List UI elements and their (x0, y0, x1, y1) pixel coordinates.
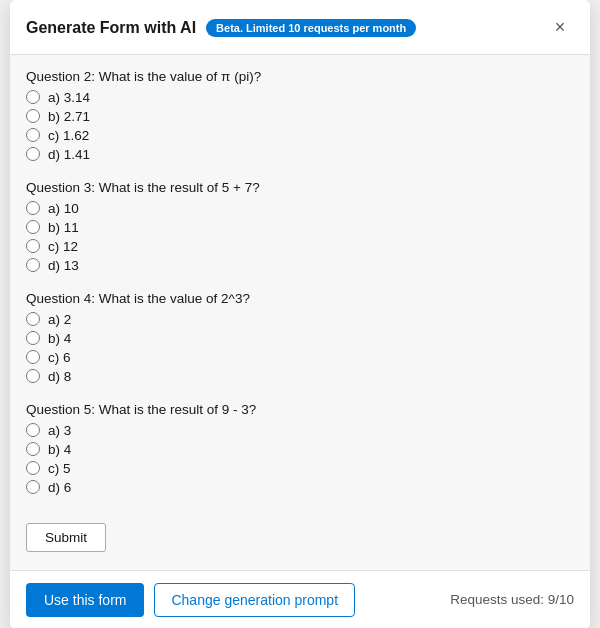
option-label-q3c: c) 12 (48, 239, 78, 254)
beta-badge: Beta. Limited 10 requests per month (206, 19, 416, 37)
option-q3c[interactable]: c) 12 (26, 239, 574, 254)
option-q4b[interactable]: b) 4 (26, 331, 574, 346)
dialog-header: Generate Form with AI Beta. Limited 10 r… (10, 0, 590, 55)
submit-button[interactable]: Submit (26, 523, 106, 552)
question-block-q2: Question 2: What is the value of π (pi)?… (26, 69, 574, 162)
option-label-q5d: d) 6 (48, 480, 71, 495)
radio-q3d[interactable] (26, 258, 40, 272)
option-q2d[interactable]: d) 1.41 (26, 147, 574, 162)
dialog-footer: Use this form Change generation prompt R… (10, 570, 590, 629)
option-label-q4c: c) 6 (48, 350, 71, 365)
option-q2b[interactable]: b) 2.71 (26, 109, 574, 124)
option-q4c[interactable]: c) 6 (26, 350, 574, 365)
question-block-q3: Question 3: What is the result of 5 + 7?… (26, 180, 574, 273)
question-block-q5: Question 5: What is the result of 9 - 3?… (26, 402, 574, 495)
change-prompt-button[interactable]: Change generation prompt (154, 583, 355, 617)
radio-q5a[interactable] (26, 423, 40, 437)
radio-q4b[interactable] (26, 331, 40, 345)
radio-q2a[interactable] (26, 90, 40, 104)
radio-q5d[interactable] (26, 480, 40, 494)
radio-q4a[interactable] (26, 312, 40, 326)
option-q5a[interactable]: a) 3 (26, 423, 574, 438)
option-label-q3a: a) 10 (48, 201, 79, 216)
question-text-q2: Question 2: What is the value of π (pi)? (26, 69, 574, 84)
option-q3b[interactable]: b) 11 (26, 220, 574, 235)
option-label-q5b: b) 4 (48, 442, 71, 457)
radio-q2c[interactable] (26, 128, 40, 142)
option-q4d[interactable]: d) 8 (26, 369, 574, 384)
option-q5d[interactable]: d) 6 (26, 480, 574, 495)
option-q4a[interactable]: a) 2 (26, 312, 574, 327)
option-q3a[interactable]: a) 10 (26, 201, 574, 216)
radio-q2d[interactable] (26, 147, 40, 161)
option-label-q3b: b) 11 (48, 220, 79, 235)
radio-q2b[interactable] (26, 109, 40, 123)
radio-q4d[interactable] (26, 369, 40, 383)
option-q5b[interactable]: b) 4 (26, 442, 574, 457)
option-q2c[interactable]: c) 1.62 (26, 128, 574, 143)
dialog-title: Generate Form with AI (26, 19, 196, 37)
radio-q3c[interactable] (26, 239, 40, 253)
form-body: Question 2: What is the value of π (pi)?… (10, 55, 590, 570)
generate-form-dialog: Generate Form with AI Beta. Limited 10 r… (10, 0, 590, 628)
use-form-button[interactable]: Use this form (26, 583, 144, 617)
option-q5c[interactable]: c) 5 (26, 461, 574, 476)
option-q3d[interactable]: d) 13 (26, 258, 574, 273)
option-label-q5a: a) 3 (48, 423, 71, 438)
option-label-q4d: d) 8 (48, 369, 71, 384)
radio-q3b[interactable] (26, 220, 40, 234)
option-label-q2c: c) 1.62 (48, 128, 89, 143)
option-label-q2b: b) 2.71 (48, 109, 90, 124)
question-text-q4: Question 4: What is the value of 2^3? (26, 291, 574, 306)
option-label-q5c: c) 5 (48, 461, 71, 476)
option-label-q4b: b) 4 (48, 331, 71, 346)
close-icon: × (555, 17, 566, 38)
option-label-q3d: d) 13 (48, 258, 79, 273)
radio-q3a[interactable] (26, 201, 40, 215)
option-label-q4a: a) 2 (48, 312, 71, 327)
radio-q5c[interactable] (26, 461, 40, 475)
submit-area: Submit (26, 513, 574, 556)
radio-q5b[interactable] (26, 442, 40, 456)
question-text-q3: Question 3: What is the result of 5 + 7? (26, 180, 574, 195)
option-label-q2d: d) 1.41 (48, 147, 90, 162)
question-block-q4: Question 4: What is the value of 2^3?a) … (26, 291, 574, 384)
close-button[interactable]: × (546, 14, 574, 42)
radio-q4c[interactable] (26, 350, 40, 364)
question-text-q5: Question 5: What is the result of 9 - 3? (26, 402, 574, 417)
requests-used: Requests used: 9/10 (450, 592, 574, 607)
option-q2a[interactable]: a) 3.14 (26, 90, 574, 105)
option-label-q2a: a) 3.14 (48, 90, 90, 105)
